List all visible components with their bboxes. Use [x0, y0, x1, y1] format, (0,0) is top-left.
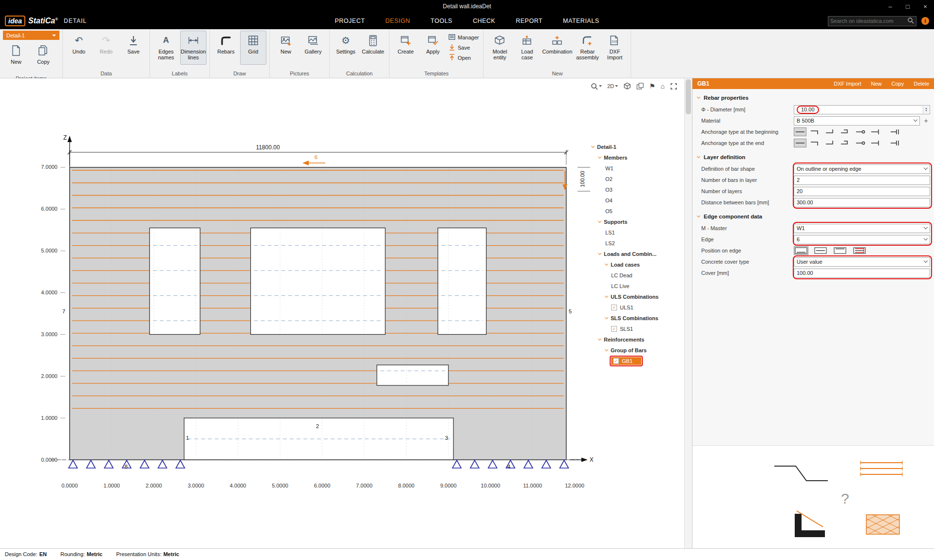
- tree-node-detail[interactable]: Detail-1: [592, 142, 675, 152]
- tree-item-gb1[interactable]: ✓ GB1: [592, 356, 675, 366]
- info-icon[interactable]: i: [921, 17, 929, 25]
- model-entity-button[interactable]: Model entity: [486, 31, 513, 65]
- tree-item-o5[interactable]: O5: [592, 206, 675, 217]
- dxf-import-button[interactable]: DXF DXF Import: [601, 31, 628, 65]
- distance-input[interactable]: 300.00: [794, 198, 930, 207]
- tree-node-supports[interactable]: Supports: [592, 217, 675, 227]
- checkbox-gb1[interactable]: ✓: [613, 358, 619, 364]
- apply-template-button[interactable]: Apply: [420, 31, 446, 65]
- anchorage-hook-icon[interactable]: [839, 139, 852, 147]
- template-save-button[interactable]: Save: [448, 44, 479, 52]
- detail-drawing[interactable]: 0.00001.00002.00003.00004.00005.00006.00…: [0, 78, 684, 548]
- tree-node-loads[interactable]: Loads and Combin...: [592, 249, 675, 259]
- combination-button[interactable]: Combination: [541, 31, 573, 65]
- grid-button[interactable]: Grid: [240, 31, 266, 65]
- anchorage-bend-down-icon[interactable]: [809, 127, 822, 136]
- template-manager-button[interactable]: Manager: [448, 34, 479, 41]
- axonometry-button[interactable]: [622, 81, 632, 91]
- tree-item-lc-dead[interactable]: LC Dead: [592, 270, 675, 281]
- tree-node-uls[interactable]: ULS Combinations: [592, 291, 675, 302]
- tree-item-o3[interactable]: O3: [592, 184, 675, 195]
- create-template-button[interactable]: Create: [392, 31, 419, 65]
- fit-view-button[interactable]: [669, 81, 678, 91]
- anchorage-headed-icon[interactable]: [889, 127, 901, 136]
- cover-input[interactable]: 100.00: [794, 269, 930, 278]
- anchorage-headed-icon[interactable]: [889, 139, 901, 147]
- gallery-button[interactable]: Gallery: [300, 31, 326, 65]
- dimension-lines-button[interactable]: Dimension lines: [180, 31, 206, 65]
- edges-names-button[interactable]: A Edges names: [153, 31, 179, 65]
- minimize-button[interactable]: –: [881, 0, 899, 13]
- tab-materials[interactable]: MATERIALS: [562, 16, 600, 26]
- new-picture-button[interactable]: New: [273, 31, 299, 65]
- dxf-import-action[interactable]: DXF Import: [834, 81, 861, 87]
- search-input[interactable]: [830, 18, 907, 24]
- tree-item-uls1[interactable]: ✓ULS1: [592, 302, 675, 313]
- anchorage-hook-icon[interactable]: [839, 127, 852, 136]
- maximize-button[interactable]: □: [899, 0, 916, 13]
- anchorage-loop-icon[interactable]: [854, 127, 867, 136]
- zoom-dropdown[interactable]: [590, 81, 603, 91]
- section-layer-definition[interactable]: Layer definition: [692, 149, 934, 163]
- num-layers-input[interactable]: 20: [794, 187, 930, 196]
- tree-node-load-cases[interactable]: Load cases: [592, 259, 675, 270]
- master-select[interactable]: W1: [794, 224, 930, 233]
- anchorage-perpendicular-icon[interactable]: [869, 139, 882, 147]
- supports[interactable]: [51, 460, 579, 468]
- tab-tools[interactable]: TOOLS: [430, 16, 453, 26]
- tab-report[interactable]: REPORT: [515, 16, 543, 26]
- section-rebar-properties[interactable]: Rebar properties: [692, 90, 934, 103]
- bars-in-layer-input[interactable]: 2: [794, 176, 930, 185]
- flag-button[interactable]: ⚑: [648, 81, 656, 91]
- edge-select[interactable]: 6: [794, 235, 930, 244]
- new-action[interactable]: New: [871, 81, 882, 87]
- tree-item-lc-live[interactable]: LC Live: [592, 281, 675, 291]
- position-center-icon[interactable]: [813, 246, 828, 255]
- rebar-assembly-button[interactable]: Rebar assembly: [574, 31, 600, 65]
- checkbox-sls1[interactable]: ✓: [611, 326, 617, 332]
- tree-item-ls1[interactable]: LS1: [592, 227, 675, 238]
- tree-item-ls2[interactable]: LS2: [592, 238, 675, 249]
- scrollbar-thumb[interactable]: [686, 79, 691, 114]
- save-button[interactable]: Save: [120, 31, 147, 65]
- cover-type-select[interactable]: User value: [794, 257, 930, 267]
- drawing-canvas[interactable]: 0.00001.00002.00003.00004.00005.00006.00…: [0, 78, 684, 548]
- settings-button[interactable]: ⚙ Settings: [333, 31, 359, 65]
- vertical-scrollbar[interactable]: [684, 78, 692, 548]
- tree-node-reinforcements[interactable]: Reinforcements: [592, 334, 675, 345]
- template-open-button[interactable]: Open: [448, 54, 479, 62]
- position-both-icon[interactable]: [852, 246, 867, 255]
- anchorage-perpendicular-icon[interactable]: [869, 127, 882, 136]
- view-mode-dropdown[interactable]: 2D: [606, 81, 619, 91]
- tree-node-group-of-bars[interactable]: Group of Bars: [592, 345, 675, 356]
- home-view-button[interactable]: ⌂: [660, 81, 666, 91]
- tree-item-w1[interactable]: W1: [592, 163, 675, 174]
- spinner-icon[interactable]: ▴▾: [923, 106, 929, 113]
- detail-selector[interactable]: Detail-1: [3, 31, 59, 40]
- search-icon[interactable]: [907, 17, 914, 25]
- delete-action[interactable]: Delete: [914, 81, 929, 87]
- anchorage-straight-icon[interactable]: [794, 139, 806, 147]
- material-select[interactable]: B 500B: [794, 116, 920, 126]
- add-material-button[interactable]: +: [922, 117, 930, 125]
- anchorage-bend-down-icon[interactable]: [809, 139, 822, 147]
- tree-item-o4[interactable]: O4: [592, 195, 675, 206]
- copy-project-item-button[interactable]: Copy: [30, 41, 56, 75]
- bar-shape-select[interactable]: On outline or opening edge: [794, 164, 930, 174]
- load-case-button[interactable]: Load case: [514, 31, 540, 65]
- close-button[interactable]: ×: [916, 0, 934, 13]
- anchorage-loop-icon[interactable]: [854, 139, 867, 147]
- position-opposite-icon[interactable]: [833, 246, 847, 255]
- tree-node-members[interactable]: Members: [592, 152, 675, 163]
- tree-item-sls1[interactable]: ✓SLS1: [592, 324, 675, 334]
- new-project-item-button[interactable]: New: [3, 41, 29, 75]
- rebars-button[interactable]: Rebars: [213, 31, 239, 65]
- tab-check[interactable]: CHECK: [472, 16, 496, 26]
- copy-action[interactable]: Copy: [892, 81, 904, 87]
- tab-project[interactable]: PROJECT: [334, 16, 366, 26]
- calculate-button[interactable]: Calculate: [360, 31, 386, 65]
- position-outline-icon[interactable]: [794, 246, 808, 255]
- anchorage-bend-up-icon[interactable]: [824, 139, 837, 147]
- redo-button[interactable]: ↷ Redo: [93, 31, 119, 65]
- views-button[interactable]: [635, 81, 645, 91]
